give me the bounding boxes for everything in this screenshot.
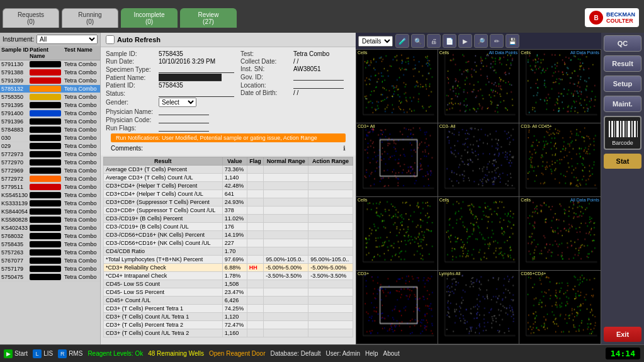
details-select[interactable]: Details <box>358 36 393 47</box>
table-row[interactable]: CD3+ (T Cells) Count /UL Tetra 2 1,160 <box>104 329 353 337</box>
list-item[interactable]: 5791388 Tetra Combo <box>0 69 100 77</box>
start-item[interactable]: ▶ Start <box>4 349 28 358</box>
list-item[interactable]: KS333139 Tetra Combo <box>0 200 100 208</box>
info-icon[interactable]: ℹ <box>343 145 346 152</box>
table-row[interactable]: CD45+ Count /UL 6,426 <box>104 297 353 305</box>
list-item[interactable]: 029 Tetra Combo <box>0 142 100 150</box>
table-row[interactable]: CD3-/CD19+ (B Cells) Count /UL 176 <box>104 223 353 231</box>
table-row[interactable]: Average CD3+ (T Cells) Percent 73.36% <box>104 166 353 174</box>
qc-button[interactable]: QC <box>604 35 641 52</box>
search-icon[interactable]: 🔍 <box>411 34 425 48</box>
setup-button[interactable]: Setup <box>604 76 641 92</box>
list-item[interactable]: 5757179 Tetra Combo <box>0 265 100 273</box>
list-item[interactable]: 5758435 Tetra Combo <box>0 240 100 249</box>
tab-requests[interactable]: Requests (0) <box>3 8 59 28</box>
list-item[interactable]: 030 Tetra Combo <box>0 134 100 142</box>
list-item[interactable]: 5791399 Tetra Combo <box>0 77 100 85</box>
tab-review[interactable]: Review (27) <box>180 8 237 28</box>
list-item[interactable]: 5779511 Tetra Combo <box>0 183 100 191</box>
print-icon[interactable]: 🖨 <box>427 34 441 48</box>
maint-button[interactable]: Maint. <box>604 96 641 112</box>
flask-icon[interactable]: 🧪 <box>395 34 409 48</box>
list-item[interactable]: 5772972 Tetra Combo <box>0 175 100 183</box>
plot-cell[interactable]: Cells <box>438 197 519 270</box>
list-item[interactable]: 5791396 Tetra Combo <box>0 118 100 126</box>
table-row[interactable]: CD3+ (T Cells) Percent Tetra 2 72.47% <box>104 321 353 329</box>
table-row[interactable]: CD3+CD4+ (Helper T Cells) Percent 42.48% <box>104 182 353 190</box>
list-item[interactable]: 5784883 Tetra Combo <box>0 126 100 134</box>
table-row[interactable]: CD3-/CD56+CD16+ (NK Cells) Count /UL 227 <box>104 239 353 247</box>
plot-cell[interactable]: CD3+ <box>356 271 438 344</box>
rms-item[interactable]: R RMS <box>58 349 82 358</box>
zoom-icon[interactable]: 🔎 <box>474 34 488 48</box>
list-item[interactable]: 5785132 Tetra Combo <box>0 85 100 93</box>
gender-select[interactable]: Select <box>159 98 196 107</box>
table-row[interactable]: *CD3+ Reliability Check 6.88% HH -5.00%-… <box>104 264 353 272</box>
list-item[interactable]: 5767077 Tetra Combo <box>0 257 100 265</box>
table-row[interactable]: *CD4+ Intrapanel Check 1.78% -3.50%-3.50… <box>104 272 353 280</box>
result-flag <box>247 198 264 206</box>
list-item[interactable]: 5772970 Tetra Combo <box>0 159 100 167</box>
plot-cell[interactable]: Cells <box>356 50 438 123</box>
lis-item[interactable]: L LIS <box>33 349 53 358</box>
table-row[interactable]: CD3-/CD56+CD16+ (NK Cells) Percent 14.19… <box>104 231 353 239</box>
plot-cell[interactable]: CellsAll Data Points <box>438 50 519 123</box>
table-row[interactable]: CD3+CD4+ (Helper T Cells) Count /UL 641 <box>104 190 353 198</box>
plot-cell[interactable]: CD66+CD4+ <box>519 271 601 344</box>
run-flags-row: Run Flags: <box>106 124 234 132</box>
tab-incomplete[interactable]: Incomplete (0) <box>121 8 178 28</box>
exit-button[interactable]: Exit <box>604 327 641 342</box>
table-row[interactable]: CD45- Low SS Count 1,508 <box>104 280 353 288</box>
instrument-select[interactable]: All <box>37 35 98 44</box>
table-row[interactable]: CD4/CD8 Ratio 1.70 <box>104 247 353 256</box>
plot-cell[interactable]: CD3- All CD45+ <box>519 123 601 196</box>
list-item-test: Tetra Combo <box>64 86 99 92</box>
plot-cell[interactable]: CellsAll Data Points <box>519 50 601 123</box>
result-name: CD3-/CD19+ (B Cells) Percent <box>104 215 223 223</box>
table-row[interactable]: CD45- Low SS Percent 23.47% <box>104 288 353 297</box>
list-item[interactable]: KS580828 Tetra Combo <box>0 216 100 224</box>
pdf-icon[interactable]: 📄 <box>443 34 456 48</box>
open-reagent-door[interactable]: Open Reagent Door <box>209 350 266 357</box>
list-item[interactable]: 5757263 Tetra Combo <box>0 249 100 257</box>
help-link[interactable]: Help <box>365 350 378 357</box>
list-item[interactable]: 5758350 Tetra Combo <box>0 93 100 101</box>
forward-icon[interactable]: ▶ <box>458 34 472 48</box>
save-icon[interactable]: 💾 <box>506 34 519 48</box>
table-row[interactable]: CD3+CD8+ (Suppressor T Cells) Percent 24… <box>104 198 353 206</box>
table-row[interactable]: CD3+ (T Cells) Count /UL Tetra 1 1,120 <box>104 313 353 321</box>
plot-cell[interactable]: CD3+ All <box>356 123 438 196</box>
barcode-button[interactable]: Barcode <box>604 116 641 150</box>
list-item[interactable]: 5791400 Tetra Combo <box>0 110 100 118</box>
tab-running[interactable]: Running (0) <box>62 8 118 28</box>
plot-cell[interactable]: CD3- All <box>438 123 519 196</box>
list-item[interactable]: 5791130 Tetra Combo <box>0 60 100 69</box>
auto-refresh-checkbox[interactable] <box>106 35 115 44</box>
list-item[interactable]: 5791395 Tetra Combo <box>0 101 100 110</box>
edit-icon[interactable]: ✏ <box>490 34 504 48</box>
table-row[interactable]: CD3-/CD19+ (B Cells) Percent 11.02% <box>104 215 353 223</box>
plot-cell[interactable]: CellsAll Data Points <box>519 197 601 270</box>
svg-rect-10 <box>631 121 633 137</box>
col-value: Value <box>222 157 247 166</box>
table-row[interactable]: CD3+CD8+ (Suppressor T Cells) Count /UL … <box>104 206 353 215</box>
result-button[interactable]: Result <box>604 55 641 72</box>
table-row[interactable]: CD3+ (T Cells) Percent Tetra 1 74.25% <box>104 305 353 313</box>
result-name: CD3+ (T Cells) Count /UL Tetra 2 <box>104 329 223 337</box>
list-item-color <box>30 151 61 157</box>
list-item[interactable]: KS402433 Tetra Combo <box>0 224 100 232</box>
list-item[interactable]: 5772969 Tetra Combo <box>0 167 100 175</box>
stat-button[interactable]: Stat <box>604 154 641 169</box>
list-item[interactable]: 5772973 Tetra Combo <box>0 150 100 159</box>
list-item[interactable]: KS844054 Tetra Combo <box>0 208 100 216</box>
list-item[interactable]: 5750475 Tetra Combo <box>0 273 100 281</box>
plot-cell[interactable]: Lymphs All <box>438 271 519 344</box>
plot-cell[interactable]: Cells <box>356 197 438 270</box>
about-link[interactable]: About <box>383 350 400 357</box>
svg-rect-9 <box>628 121 630 137</box>
list-item[interactable]: 5768032 Tetra Combo <box>0 232 100 240</box>
table-row[interactable]: Average CD3+ (T Cells) Count /UL 1,140 <box>104 174 353 182</box>
list-item[interactable]: KS545130 Tetra Combo <box>0 191 100 200</box>
result-action <box>308 297 353 305</box>
table-row[interactable]: *Total Lymphocytes (T+B+NK) Percent 97.6… <box>104 256 353 264</box>
